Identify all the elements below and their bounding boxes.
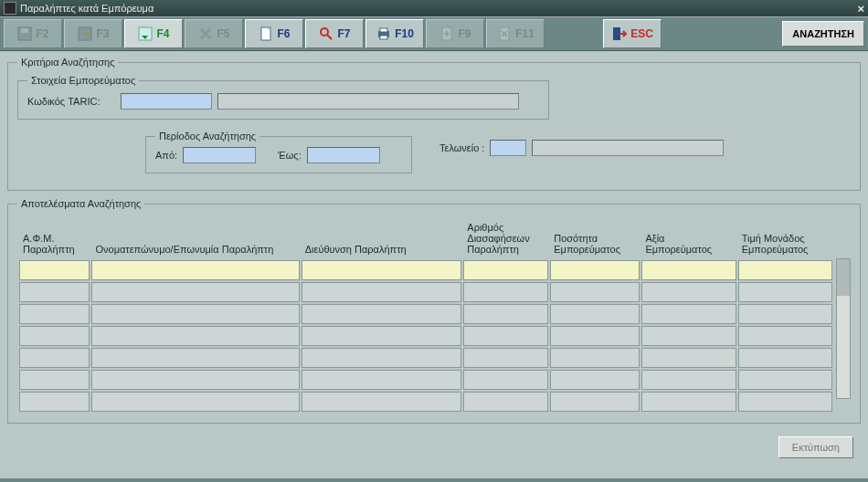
cell-name[interactable]	[91, 392, 299, 412]
col-quantity: Ποσότητα Εμπορεύματος	[550, 218, 640, 258]
cell-afm[interactable]	[19, 392, 90, 412]
cell-quantity[interactable]	[550, 282, 640, 302]
cell-quantity[interactable]	[550, 326, 640, 346]
toolbar-f10[interactable]: F10	[365, 19, 424, 48]
search-button[interactable]: ΑΝΑΖΗΤΗΣΗ	[782, 21, 864, 47]
cell-unit_price[interactable]	[738, 348, 832, 368]
cell-decl_count[interactable]	[463, 326, 548, 346]
svg-rect-9	[380, 36, 387, 39]
col-name: Ονοματεπώνυμο/Επωνυμία Παραλήπτη	[91, 218, 299, 258]
cell-decl_count[interactable]	[463, 260, 548, 280]
table-row[interactable]	[19, 392, 832, 412]
svg-rect-1	[21, 28, 28, 33]
table-row[interactable]	[19, 282, 832, 302]
customs-desc-input[interactable]	[532, 140, 724, 156]
content: Κριτήρια Αναζήτησης Στοιχεία Εμπορεύματο…	[0, 51, 868, 478]
toolbar-esc[interactable]: ESC	[603, 19, 662, 48]
cell-unit_price[interactable]	[738, 392, 832, 412]
cell-address[interactable]	[302, 348, 462, 368]
toolbar-f6[interactable]: F6	[245, 19, 303, 48]
cell-unit_price[interactable]	[738, 304, 832, 324]
cell-value[interactable]	[641, 260, 736, 280]
cell-decl_count[interactable]	[463, 370, 548, 390]
col-decl-count: Αριθμός Διασαφήσεων Παραλήπτη	[463, 218, 548, 258]
toolbar: F2 F3 F4 F5 F6 F7 F10 F9 F11 ESC ΑΝΑΖΗΤΗ…	[0, 16, 868, 51]
cell-address[interactable]	[302, 282, 462, 302]
table-row[interactable]	[19, 326, 832, 346]
period-fieldset: Περίοδος Αναζήτησης Από: Έως:	[145, 131, 412, 173]
cell-decl_count[interactable]	[463, 282, 548, 302]
close-icon[interactable]: ×	[857, 2, 864, 16]
cell-afm[interactable]	[19, 348, 90, 368]
cell-decl_count[interactable]	[463, 348, 548, 368]
toolbar-f5: F5	[185, 19, 243, 48]
scrollbar-thumb[interactable]	[837, 259, 850, 296]
customs-code-input[interactable]	[490, 140, 526, 156]
col-unit-price: Τιμή Μονάδος Εμπορεύματος	[738, 218, 832, 258]
cell-decl_count[interactable]	[463, 304, 548, 324]
col-value: Αξία Εμπορεύματος	[641, 218, 736, 258]
cell-name[interactable]	[91, 326, 299, 346]
svg-line-6	[327, 35, 332, 39]
toolbar-f11: F11	[486, 19, 545, 48]
doc-x-icon	[496, 26, 513, 42]
titlebar: Παραλήπτες κατά Εμπόρευμα ×	[0, 0, 868, 16]
cell-value[interactable]	[641, 326, 736, 346]
cell-unit_price[interactable]	[738, 282, 832, 302]
toolbar-f3: F3	[64, 19, 122, 48]
table-row[interactable]	[19, 304, 832, 324]
cell-afm[interactable]	[19, 370, 90, 390]
table-row[interactable]	[19, 370, 832, 390]
table-row[interactable]	[19, 260, 832, 280]
criteria-fieldset: Κριτήρια Αναζήτησης Στοιχεία Εμπορεύματο…	[7, 57, 861, 191]
taric-desc-input[interactable]	[217, 93, 519, 110]
toolbar-f4[interactable]: F4	[124, 19, 183, 48]
cell-value[interactable]	[641, 392, 736, 412]
print-icon	[376, 26, 392, 42]
cell-quantity[interactable]	[550, 304, 640, 324]
cell-unit_price[interactable]	[738, 370, 832, 390]
cell-value[interactable]	[641, 348, 736, 368]
customs-label: Τελωνείο :	[439, 142, 484, 153]
taric-code-input[interactable]	[121, 93, 212, 110]
cell-afm[interactable]	[19, 260, 90, 280]
cell-decl_count[interactable]	[463, 392, 548, 412]
cell-afm[interactable]	[19, 282, 90, 302]
table-row[interactable]	[19, 348, 832, 368]
cell-quantity[interactable]	[550, 370, 640, 390]
toolbar-f7[interactable]: F7	[305, 19, 364, 48]
cell-quantity[interactable]	[550, 392, 640, 412]
cell-name[interactable]	[91, 260, 299, 280]
cell-address[interactable]	[302, 304, 462, 324]
taric-label: Κωδικός TARIC:	[27, 96, 115, 107]
cell-value[interactable]	[641, 370, 736, 390]
cell-address[interactable]	[302, 326, 462, 346]
toolbar-f2: F2	[4, 19, 62, 48]
cell-name[interactable]	[91, 304, 299, 324]
cell-quantity[interactable]	[550, 260, 640, 280]
results-scrollbar[interactable]	[836, 258, 851, 399]
from-input[interactable]	[183, 147, 256, 163]
cell-value[interactable]	[641, 304, 736, 324]
to-input[interactable]	[307, 147, 380, 163]
cell-quantity[interactable]	[550, 348, 640, 368]
cell-address[interactable]	[302, 392, 462, 412]
doc-plus-icon	[439, 26, 455, 42]
cell-afm[interactable]	[19, 326, 90, 346]
cell-name[interactable]	[91, 348, 299, 368]
cell-address[interactable]	[302, 260, 462, 280]
results-fieldset: Αποτελέσματα Αναζήτησης Α.Φ.Μ. Παραλήπτη…	[7, 198, 861, 424]
cell-unit_price[interactable]	[738, 260, 832, 280]
save-check-icon	[137, 26, 153, 42]
cell-name[interactable]	[91, 282, 299, 302]
cell-afm[interactable]	[19, 304, 90, 324]
cell-address[interactable]	[302, 370, 462, 390]
results-legend: Αποτελέσματα Αναζήτησης	[17, 198, 144, 209]
period-legend: Περίοδος Αναζήτησης	[155, 131, 259, 141]
cell-name[interactable]	[91, 370, 299, 390]
cell-unit_price[interactable]	[738, 326, 832, 346]
criteria-legend: Κριτήρια Αναζήτησης	[17, 57, 118, 68]
print-button[interactable]: Εκτύπωση	[778, 436, 853, 458]
svg-point-5	[321, 28, 328, 36]
cell-value[interactable]	[641, 282, 736, 302]
